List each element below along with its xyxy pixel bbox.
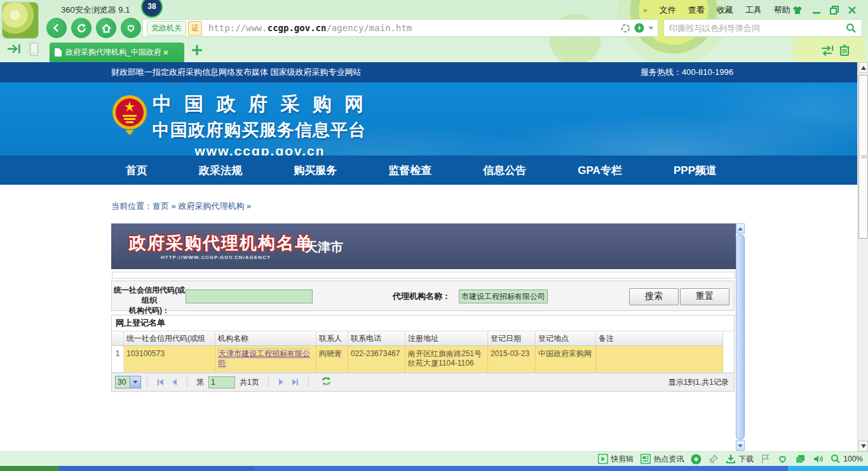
last-page-button[interactable] — [292, 379, 298, 385]
select-dropdown-icon[interactable] — [130, 376, 140, 388]
speed-mode-icon[interactable] — [634, 23, 644, 33]
hot-news-item[interactable]: 热点资讯 — [641, 454, 684, 465]
skin-icon[interactable] — [790, 5, 804, 15]
quick-edit-icon — [598, 454, 608, 464]
favorite-button[interactable] — [121, 18, 141, 38]
speaker-icon[interactable] — [813, 454, 824, 464]
download-label: 下载 — [738, 454, 754, 465]
scroll-up-icon[interactable] — [858, 62, 868, 73]
home-icon — [101, 23, 112, 34]
close-button[interactable] — [845, 5, 859, 15]
nav-home[interactable]: 首页 — [126, 163, 147, 178]
menu-tools[interactable]: 工具 — [745, 4, 762, 16]
mobile-sync-icon[interactable] — [29, 42, 39, 59]
restore-tabs-icon[interactable] — [820, 45, 834, 59]
col-index — [112, 331, 124, 346]
page-doc-icon — [55, 48, 62, 56]
pages-icon[interactable] — [795, 454, 806, 464]
inner-scrollbar-thumb[interactable] — [736, 234, 745, 440]
reset-button[interactable]: 重置 — [680, 288, 729, 305]
collapsed-panel-strip — [112, 272, 735, 279]
menu-view[interactable]: 查看 — [688, 4, 705, 16]
search-button[interactable]: 搜索 — [629, 288, 679, 305]
magnifier-icon — [831, 454, 841, 464]
minimize-button[interactable] — [810, 5, 824, 15]
nav-purchase-service[interactable]: 购买服务 — [294, 163, 337, 178]
browser-search-box[interactable] — [663, 19, 862, 37]
site-header: 中 国 政 府 采 购 网 中国政府购买服务信息平台 www.ccgp.gov.… — [0, 83, 857, 156]
banner-title: 政府采购代理机构名单 — [129, 232, 313, 255]
scrollbar-thumb[interactable] — [858, 75, 868, 239]
site-type-label[interactable]: 党政机关 — [147, 21, 186, 36]
sidebar-collapse-icon[interactable] — [6, 43, 22, 57]
browser-logo[interactable] — [2, 2, 39, 39]
credit-code-input[interactable] — [186, 289, 313, 303]
row-phone: 022-23673467 — [348, 346, 405, 373]
new-tab-button[interactable] — [191, 44, 203, 59]
content-frame: 政府采购代理机构名单 天津市 HTTP://WWW.CCGP.GOV.CN/AG… — [111, 223, 745, 451]
flag-icon[interactable] — [761, 454, 770, 464]
site-logo-text[interactable]: 中 国 政 府 采 购 网 中国政府购买服务信息平台 www.ccgp.gov.… — [153, 91, 367, 159]
col-agency-name: 机构名称 — [215, 331, 316, 346]
pager-divider — [308, 377, 309, 387]
page-number-input[interactable] — [208, 376, 235, 388]
page-scrollbar[interactable] — [857, 62, 868, 451]
chevron-down-icon[interactable] — [648, 26, 654, 30]
compat-mode-icon[interactable] — [621, 23, 630, 33]
restore-button[interactable] — [827, 5, 841, 15]
hot-news-icon — [641, 454, 651, 464]
banner-region: 天津市 — [305, 239, 343, 256]
back-button[interactable] — [46, 18, 67, 38]
col-address: 注册地址 — [405, 331, 488, 346]
url-domain: ccgp.gov.cn — [268, 23, 327, 33]
quick-edit-item[interactable]: 快剪辑 — [598, 454, 634, 465]
notification-badge[interactable]: 38 — [141, 0, 163, 18]
download-icon — [726, 454, 736, 464]
menu-favorites[interactable]: 收藏 — [717, 4, 733, 16]
agency-name-input[interactable] — [459, 289, 548, 303]
pager-divider — [187, 377, 187, 387]
inner-scrollbar[interactable] — [736, 223, 745, 451]
row-agency-name: 天津市建设工程招标有限公司 — [215, 346, 316, 373]
menu-overflow-icon[interactable]: » — [643, 6, 648, 15]
agency-banner: 政府采购代理机构名单 天津市 HTTP://WWW.CCGP.GOV.CN/AG… — [111, 223, 736, 269]
nav-regulations[interactable]: 政采法规 — [199, 163, 242, 178]
home-button[interactable] — [96, 18, 116, 38]
inner-scroll-down-icon[interactable] — [736, 441, 745, 451]
download-item[interactable]: 下载 — [726, 454, 754, 465]
menu-file[interactable]: 文件 — [660, 4, 676, 16]
table-row: 1 103100573 天津市建设工程招标有限公司 阎晓菁 022-236734… — [112, 346, 734, 373]
pin-icon[interactable] — [709, 454, 719, 464]
menu-help[interactable]: 帮助 — [774, 4, 790, 16]
certificate-badge[interactable]: 证 — [188, 21, 202, 36]
address-bar[interactable]: 党政机关 证 http://www.ccgp.gov.cn/agency/mai… — [142, 19, 658, 37]
menu-bar: » 文件 查看 收藏 工具 帮助 — [643, 4, 790, 16]
nav-supervision[interactable]: 监督检查 — [388, 163, 431, 178]
first-page-button[interactable] — [158, 379, 163, 385]
agency-name-link[interactable]: 天津市建设工程招标有限公司 — [218, 348, 310, 368]
prev-page-button[interactable] — [172, 379, 177, 385]
scroll-down-icon[interactable] — [858, 441, 868, 451]
refresh-button[interactable] — [71, 18, 92, 38]
trash-icon[interactable] — [839, 44, 850, 59]
row-credit-code: 103100573 — [124, 346, 215, 373]
zoom-control[interactable]: 100% — [831, 454, 863, 464]
tab-close-icon[interactable]: × — [163, 48, 168, 57]
nav-gpa[interactable]: GPA专栏 — [578, 163, 622, 178]
heart-icon — [126, 23, 136, 33]
speed-ball-icon[interactable] — [691, 454, 702, 465]
breadcrumb[interactable]: 当前位置：首页 » 政府采购代理机构 » — [111, 201, 251, 212]
next-page-button[interactable] — [279, 379, 283, 385]
web-page: 财政部唯一指定政府采购信息网络发布媒体 国家级政府采购专业网站 服务热线：400… — [0, 62, 857, 451]
favorites-heart-icon[interactable] — [777, 454, 788, 464]
nav-ppp[interactable]: PPP频道 — [674, 163, 717, 178]
banner-url: HTTP://WWW.CCGP.GOV.CN/AGENCY — [161, 255, 271, 260]
pager-refresh-icon[interactable] — [321, 376, 332, 388]
credit-code-label-line1: 统一社会信用代码(或组织 — [113, 285, 186, 305]
page-size-select[interactable]: 30 — [115, 376, 141, 388]
tab-active[interactable]: 政府采购代理机构_中国政府采 × — [50, 43, 184, 62]
inner-scroll-up-icon[interactable] — [736, 223, 745, 234]
nav-announcements[interactable]: 信息公告 — [483, 163, 526, 178]
search-icon[interactable] — [846, 23, 857, 34]
search-input[interactable] — [664, 23, 846, 33]
